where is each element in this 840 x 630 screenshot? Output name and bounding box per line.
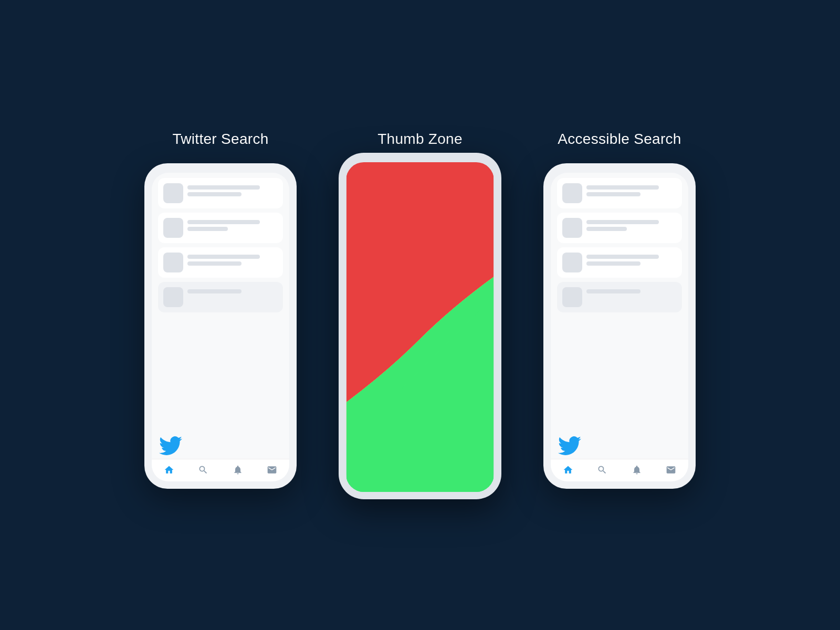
avatar-2	[163, 218, 183, 238]
acc-avatar-2	[562, 218, 582, 238]
bottom-nav-area	[152, 459, 289, 481]
acc-bottom-nav-area	[551, 459, 688, 481]
text-line	[586, 227, 627, 231]
text-line	[187, 220, 260, 224]
avatar-4	[163, 287, 183, 307]
acc-feed-text-4	[586, 287, 677, 293]
acc-feed-item-3	[557, 247, 682, 278]
text-line	[187, 192, 242, 196]
feed-text-4	[187, 287, 278, 293]
accessible-search-title: Accessible Search	[558, 131, 681, 148]
acc-avatar-3	[562, 253, 582, 272]
thumb-zone-diagram	[346, 162, 494, 492]
nav-search-icon[interactable]	[197, 464, 209, 476]
avatar-1	[163, 183, 183, 203]
text-line	[586, 220, 659, 224]
text-line	[586, 289, 640, 293]
accessible-search-phone	[543, 163, 696, 489]
text-line	[586, 261, 640, 266]
acc-feed-item-2	[557, 213, 682, 243]
acc-feed-text-1	[586, 183, 677, 196]
nav-bell-icon[interactable]	[232, 464, 244, 476]
text-line	[187, 289, 242, 293]
feed-text-2	[187, 218, 278, 231]
bottom-nav	[152, 459, 289, 481]
text-line	[586, 192, 640, 196]
text-line	[187, 261, 242, 266]
accessible-search-screen	[551, 173, 688, 481]
acc-bottom-nav	[551, 459, 688, 481]
text-line	[187, 185, 260, 190]
twitter-search-title: Twitter Search	[172, 131, 268, 148]
twitter-bird-badge	[159, 434, 182, 459]
thumb-zone-phone	[339, 153, 501, 499]
acc-feed-item-1	[557, 178, 682, 208]
acc-twitter-bird-badge	[558, 434, 581, 459]
text-line	[586, 255, 659, 259]
text-line	[187, 227, 228, 231]
feed-item-1	[158, 178, 283, 208]
twitter-feed	[152, 173, 289, 459]
accessible-search-section: Accessible Search	[543, 131, 696, 489]
acc-avatar-1	[562, 183, 582, 203]
acc-avatar-4	[562, 287, 582, 307]
feed-item-4	[158, 282, 283, 312]
acc-nav-home-icon[interactable]	[562, 464, 574, 476]
twitter-bird-icon	[159, 434, 182, 457]
avatar-3	[163, 253, 183, 272]
twitter-search-phone	[144, 163, 297, 489]
acc-feed-text-3	[586, 253, 677, 266]
acc-nav-mail-icon[interactable]	[665, 464, 677, 476]
nav-home-icon[interactable]	[163, 464, 175, 476]
feed-text-1	[187, 183, 278, 196]
twitter-search-section: Twitter Search	[144, 131, 297, 489]
accessible-feed	[551, 173, 688, 459]
text-line	[187, 255, 260, 259]
thumb-zone-title: Thumb Zone	[377, 131, 463, 148]
nav-mail-icon[interactable]	[266, 464, 278, 476]
thumb-zone-section: Thumb Zone	[339, 131, 501, 499]
text-line	[586, 185, 659, 190]
feed-text-3	[187, 253, 278, 266]
twitter-search-screen	[152, 173, 289, 481]
acc-nav-search-icon[interactable]	[596, 464, 608, 476]
feed-item-3	[158, 247, 283, 278]
main-container: Twitter Search	[102, 99, 738, 531]
acc-feed-text-2	[586, 218, 677, 231]
acc-nav-bell-icon[interactable]	[631, 464, 643, 476]
thumb-zone-screen	[346, 162, 494, 492]
acc-feed-item-4	[557, 282, 682, 312]
acc-twitter-bird-icon	[558, 434, 581, 457]
feed-item-2	[158, 213, 283, 243]
